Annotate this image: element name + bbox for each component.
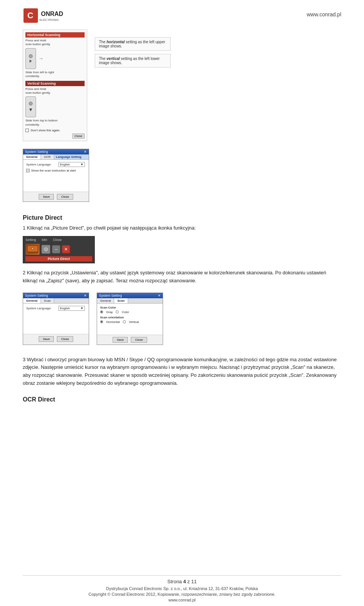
page-current: 4 [183,579,186,584]
scanning-diagram-section: Horizontal Scanning Press and Holdscan b… [23,30,341,141]
svg-text:ELECTRONIC: ELECTRONIC [39,18,59,22]
system-setting-left: System Setting ✕ General Scan System Lan… [23,293,89,345]
window-titlebar-left: System Setting ✕ [23,293,89,298]
radio-color[interactable] [116,310,119,313]
scan-color-label: Scan Color [100,306,160,309]
window-title-right: System Setting [99,294,122,297]
slide-lr-text: Slide from left to rightconstantly. [25,71,85,79]
window-buttons-lang: Save Close [23,192,89,201]
horizontal-scanning-label: Horizontal Scanning [25,32,85,38]
dont-show-checkbox[interactable] [25,129,29,132]
press-hold-text: Press and Holdscan button gently. [25,39,85,47]
save-button-lang[interactable]: Save [39,194,54,200]
window-tabs-left: General Scan [23,298,89,304]
toolbar-label-close: Close [53,238,62,242]
scanning-notes: The horizontal setting as the left upper… [95,37,171,68]
svg-text:ONRAD: ONRAD [41,11,63,17]
page-total: 11 [191,579,196,584]
scanning-diagram-image: Horizontal Scanning Press and Holdscan b… [23,30,87,141]
toolbar-icons-row: ⚙ − ✕ [25,244,92,255]
close-btn-right[interactable]: Close [131,337,147,343]
language-row-left: System Language: English ▼ [26,306,86,311]
press-hold-text-v: Press and Holdscan button gently. [25,87,85,95]
slide-tb-text: Slide from top to bottomconstantly. [25,119,85,127]
scan-color-gray-row: Gray Color [100,310,160,314]
scan-arrow-down: ▼ [28,107,33,112]
language-label: System Language: [26,163,56,166]
ocr-direct-heading: OCR Direct [23,396,341,403]
picture-direct-heading: Picture Direct [23,214,341,221]
footer-copyright: Copyright © Conrad Electronic 2012, Kopi… [23,592,341,597]
window-tabs-lang: General OCR Language Setting [23,154,89,160]
close-button-mini[interactable]: Close [72,134,85,139]
page-header: C ONRAD ELECTRONIC www.conrad.pl [23,8,341,26]
note-vertical: The vertical setting as the left lower i… [95,54,171,68]
close-btn-left[interactable]: Close [57,336,73,342]
tab-ocr-lang[interactable]: OCR [41,154,54,159]
window-close-left[interactable]: ✕ [84,294,87,297]
gear-icon[interactable]: ⚙ [41,245,50,254]
show-instruction-row: ✓ Show the scan instruction at start [26,169,86,172]
language-value: English [60,163,70,166]
tab-language-setting: Language Setting [54,154,89,159]
scan-orientation-row: Horizontal Vertical [100,320,160,324]
dont-show-row: Don't show this again. [25,129,85,132]
picture-direct-section: Picture Direct 1 Kliknąć na „Picture Dir… [23,209,341,288]
lang-select-left[interactable]: English ▼ [58,306,85,311]
radio-gray[interactable] [100,310,103,313]
scan-window-content: Scan Color Gray Color Scan orientation H… [97,304,163,335]
tab-general-right[interactable]: General [97,298,114,303]
arrow-right-h: → [38,55,44,61]
step3-paragraph: 3 Wybrać i otworzyć program biurowy lub … [23,356,341,387]
window-content-lang: System Language: English ▼ ✓ Show the sc… [23,160,89,192]
website-url: www.conrad.pl [307,11,341,17]
svg-text:C: C [27,11,33,20]
minus-icon[interactable]: − [52,245,60,253]
page-separator: z [187,579,190,584]
picture-direct-toolbar: Setting Min Close ⚙ − [23,236,95,263]
tab-general-lang[interactable]: General [23,154,41,159]
step1-text: 1 Kliknąć na „Picture Direct", po chwili… [23,224,341,232]
color-label: Color [122,310,129,314]
close-button-lang[interactable]: Close [57,194,73,200]
radio-gray-fill [101,311,102,313]
scan-button-v [29,102,33,105]
tab-scan-left[interactable]: Scan [41,298,54,303]
orientation-horizontal-label: Horizontal [106,320,120,324]
window-close-right[interactable]: ✕ [158,294,161,297]
save-btn-right[interactable]: Save [113,337,128,343]
tab-general-left[interactable]: General [23,298,41,303]
close-icon[interactable]: ✕ [62,245,70,253]
select-arrow: ▼ [80,163,83,166]
window-title-lang: System Setting [25,150,48,154]
show-instruction-checkbox[interactable]: ✓ [26,169,30,172]
scan-play-h [30,60,32,63]
tab-scan-right[interactable]: Scan [114,298,128,303]
photo-icon [25,244,40,255]
window-close-lang[interactable]: ✕ [84,150,87,154]
radio-horizontal[interactable] [100,320,103,323]
toolbar-name-label: Picture Direct [25,256,92,261]
language-field-row: System Language: English ▼ [26,162,86,167]
save-btn-left[interactable]: Save [39,336,54,342]
scan-button-h [29,54,33,58]
radio-vertical[interactable] [123,320,126,323]
window-buttons-right: Save Close [97,335,163,345]
window-titlebar-right: System Setting ✕ [97,293,163,298]
vertical-scanning-label: Vertical Scanning [25,81,85,86]
footer-website: www.conrad.pl [23,598,341,602]
radio-h-fill [101,321,102,323]
system-setting-right: System Setting ✕ General Scan Scan Color… [97,293,163,345]
system-setting-window-lang: System Setting ✕ General OCR Language Se… [23,149,89,202]
language-select[interactable]: English ▼ [58,162,85,167]
window-title-left: System Setting [25,294,48,297]
window-content-left: System Language: English ▼ [23,304,89,334]
show-instruction-label: Show the scan instruction at start [31,169,76,172]
orientation-vertical-label: Vertical [129,320,139,324]
footer-company: Dystrybucja Conrad Electronic Sp. z o.o.… [23,586,341,591]
logo-area: C ONRAD ELECTRONIC [23,8,72,26]
toolbar-top-row: Setting Min Close [25,238,92,242]
scan-orientation-label: Scan orientation [100,316,160,319]
lang-value-left: English [60,307,70,310]
scan-device-horizontal: → [25,48,85,69]
